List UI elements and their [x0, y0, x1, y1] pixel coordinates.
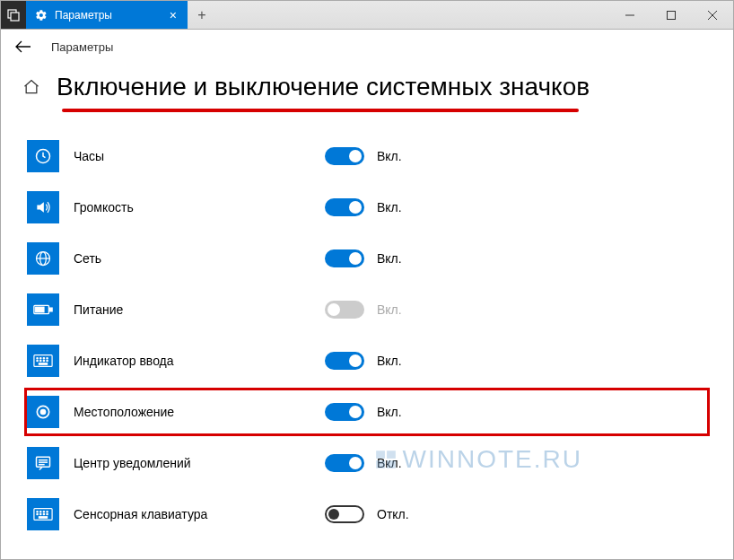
- toggle-state-label: Вкл.: [377, 405, 402, 419]
- toggle-state-label: Вкл.: [377, 251, 402, 266]
- close-button[interactable]: [692, 1, 733, 29]
- setting-label: Центр уведомлений: [74, 456, 325, 470]
- tab-close-button[interactable]: ×: [166, 8, 180, 22]
- svg-point-35: [40, 513, 41, 514]
- svg-point-32: [43, 512, 44, 512]
- svg-point-16: [43, 358, 44, 359]
- setting-label: Индикатор ввода: [74, 354, 325, 368]
- svg-point-24: [41, 410, 46, 415]
- svg-point-37: [47, 513, 48, 514]
- svg-point-15: [40, 358, 41, 359]
- page-title: Включение и выключение системных значков: [57, 73, 590, 101]
- setting-row: Индикатор вводаВкл.: [27, 339, 707, 382]
- new-tab-button[interactable]: +: [188, 1, 216, 29]
- toggle-switch[interactable]: [325, 249, 364, 267]
- svg-rect-38: [39, 517, 47, 518]
- svg-point-21: [47, 360, 48, 361]
- network-icon: [27, 242, 59, 275]
- home-icon[interactable]: [22, 78, 40, 96]
- power-icon: [27, 293, 59, 326]
- breadcrumb-label: Параметры: [51, 40, 113, 54]
- svg-point-18: [37, 360, 38, 361]
- tab-settings[interactable]: Параметры ×: [26, 1, 188, 29]
- svg-point-14: [37, 358, 38, 359]
- toggle-state-label: Вкл.: [377, 302, 402, 317]
- setting-label: Сенсорная клавиатура: [74, 507, 325, 521]
- svg-point-36: [43, 513, 44, 514]
- setting-label: Часы: [74, 149, 325, 163]
- toggle-switch[interactable]: [325, 147, 364, 165]
- svg-rect-12: [36, 307, 44, 312]
- setting-row: Сенсорная клавиатураОткл.: [27, 493, 707, 536]
- breadcrumb: Параметры: [1, 30, 733, 64]
- gear-icon: [35, 9, 48, 22]
- back-button[interactable]: [15, 40, 31, 53]
- toggle-switch[interactable]: [325, 198, 364, 216]
- svg-point-31: [40, 512, 41, 512]
- svg-point-20: [43, 360, 44, 361]
- svg-point-19: [40, 360, 41, 361]
- setting-row: ЧасыВкл.: [27, 135, 707, 178]
- setting-row: СетьВкл.: [27, 237, 707, 280]
- notifications-icon: [27, 447, 59, 479]
- svg-rect-22: [39, 363, 47, 364]
- svg-point-30: [37, 512, 38, 512]
- setting-row: ПитаниеВкл.: [27, 288, 707, 331]
- toggle-state-label: Откл.: [377, 507, 409, 521]
- setting-label: Громкость: [74, 200, 325, 214]
- svg-point-34: [37, 513, 38, 514]
- setting-row: Центр уведомленийВкл.: [27, 442, 707, 485]
- clock-icon: [27, 140, 59, 172]
- toggle-state-label: Вкл.: [377, 354, 402, 368]
- app-icon: [1, 1, 26, 29]
- keyboard-icon: [27, 498, 59, 530]
- window-titlebar: Параметры × +: [1, 1, 733, 30]
- toggle-state-label: Вкл.: [377, 149, 402, 163]
- svg-rect-1: [11, 13, 19, 21]
- svg-rect-3: [668, 11, 676, 19]
- keyboard-icon: [27, 345, 59, 377]
- setting-row: ГромкостьВкл.: [27, 186, 707, 229]
- toggle-switch[interactable]: [325, 403, 364, 421]
- annotation-underline: [62, 109, 579, 112]
- svg-point-17: [47, 358, 48, 359]
- svg-point-33: [47, 512, 48, 512]
- toggle-state-label: Вкл.: [377, 200, 402, 214]
- toggle-switch: [325, 301, 364, 319]
- setting-label: Сеть: [74, 251, 325, 266]
- setting-label: Местоположение: [74, 405, 325, 419]
- location-icon: [27, 396, 59, 428]
- toggle-switch[interactable]: [325, 352, 364, 370]
- tab-title: Параметры: [55, 9, 112, 22]
- setting-row: МестоположениеВкл.: [27, 390, 707, 433]
- toggle-state-label: Вкл.: [377, 456, 402, 470]
- toggle-switch[interactable]: [325, 454, 364, 472]
- svg-rect-11: [49, 308, 52, 311]
- volume-icon: [27, 191, 59, 223]
- minimize-button[interactable]: [609, 1, 651, 29]
- setting-label: Питание: [74, 302, 325, 317]
- maximize-button[interactable]: [651, 1, 692, 29]
- toggle-switch[interactable]: [325, 505, 364, 523]
